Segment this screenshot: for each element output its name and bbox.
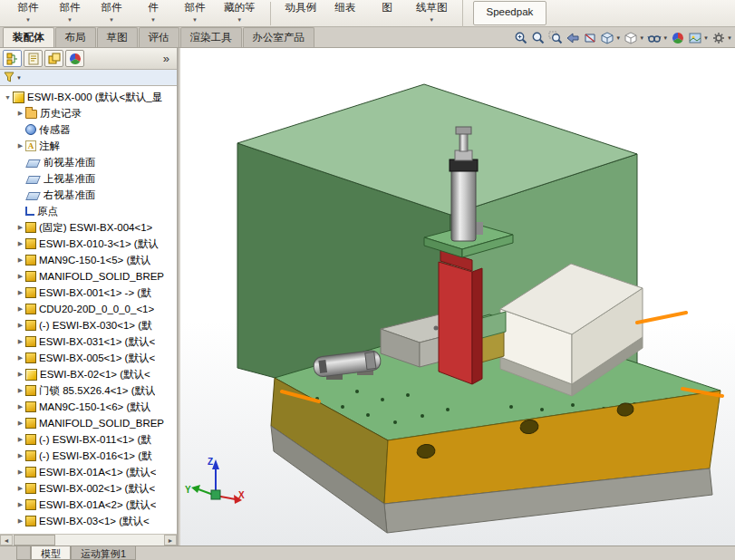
tree-item[interactable]: ▶(-) ESWI-BX-016<1> (默 (0, 448, 177, 464)
document-tab-运动算例1[interactable]: 运动算例1 (71, 546, 136, 560)
tree-expand-icon[interactable]: ▶ (15, 240, 25, 247)
previous-view-icon[interactable] (565, 29, 581, 47)
tree-item[interactable]: ▶ESWI-BX-031<1> (默认< (0, 333, 177, 350)
view-orientation-icon[interactable]: ▼ (599, 29, 622, 47)
tree-item[interactable]: ▶ESWI-BX-010-3<1> (默认 (0, 236, 177, 252)
ribbon-button[interactable]: 动具例 (277, 0, 325, 14)
tree-item[interactable]: ▶ESWI-BX-002<1> (默认< (0, 480, 177, 497)
tree-expand-icon[interactable]: ▶ (15, 110, 25, 117)
tree-expand-icon[interactable]: ▶ (15, 517, 25, 525)
apply-scene-icon[interactable]: ▼ (687, 29, 710, 47)
document-tab-模型[interactable]: 模型 (31, 546, 71, 560)
command-tab-办公室产品[interactable]: 办公室产品 (243, 27, 315, 47)
scrollbar-thumb[interactable] (14, 535, 55, 546)
ribbon-button[interactable]: 部件▼ (91, 0, 132, 23)
tree-item[interactable]: ▶ESWI-BX-001<1> -> (默 (0, 285, 177, 301)
tree-expand-icon[interactable]: ▶ (15, 305, 25, 313)
tree-item[interactable]: ▶MAN9C-150-1<6> (默认 (0, 399, 177, 415)
tree-item[interactable]: ▶(固定) ESWI-BX-004<1> (0, 219, 177, 236)
ribbon-button[interactable]: 部件▼ (7, 0, 49, 23)
tree-expand-icon[interactable]: ▶ (15, 256, 25, 264)
command-tab-装配体[interactable]: 装配体 (3, 27, 54, 47)
tree-item[interactable]: ▶ESWI-BX-03<1> (默认< (0, 513, 177, 529)
tree-expand-icon[interactable]: ▶ (15, 387, 25, 394)
tree-item[interactable]: ▶ESWI-BX-01A<1> (默认< (0, 464, 177, 480)
command-tab-草图[interactable]: 草图 (97, 27, 138, 47)
tree-expand-icon[interactable]: ▶ (15, 452, 25, 459)
model-red-bracket[interactable] (439, 250, 482, 384)
model-view[interactable]: Z X Y (180, 48, 735, 546)
dropdown-arrow-icon[interactable]: ▼ (615, 35, 621, 41)
dropdown-arrow-icon[interactable]: ▼ (15, 17, 41, 23)
tree-expand-icon[interactable]: ▶ (15, 420, 25, 427)
tree-item[interactable]: 传感器 (0, 121, 177, 138)
dropdown-arrow-icon[interactable]: ▼ (639, 35, 644, 41)
tree-expand-icon[interactable]: ▶ (15, 403, 25, 410)
graphics-viewport[interactable]: Z X Y (180, 48, 735, 546)
dropdown-arrow-icon[interactable]: ▼ (703, 35, 709, 41)
dropdown-arrow-icon[interactable]: ▼ (182, 17, 208, 23)
study-nav-button[interactable] (16, 546, 31, 560)
tree-item[interactable]: ▶ESWI-BX-02<1> (默认< (0, 366, 177, 382)
tree-expand-icon[interactable]: ▶ (15, 273, 25, 280)
dropdown-arrow-icon[interactable]: ▼ (140, 17, 166, 23)
ribbon-button[interactable]: 藏的等▼ (216, 0, 264, 23)
tree-item[interactable]: ▶CDU20-20D_0_0_0_<1> (0, 301, 177, 317)
ribbon-button[interactable]: 细表 (324, 0, 366, 14)
ribbon-button[interactable]: 件▼ (132, 0, 174, 23)
tree-expand-icon[interactable]: ▶ (15, 142, 25, 150)
tree-expand-icon[interactable]: ▶ (15, 289, 25, 296)
tree-item[interactable]: 前视基准面 (0, 154, 177, 170)
edit-appearance-icon[interactable] (670, 29, 686, 47)
tree-item[interactable]: 上视基准面 (0, 170, 177, 187)
tree-expand-icon[interactable]: ▶ (15, 436, 25, 443)
tree-filter-bar[interactable]: ▼ (0, 70, 177, 86)
tree-item[interactable]: ▶MAN9C-150-1<5> (默认 (0, 252, 177, 268)
zoom-to-fit-icon[interactable] (530, 29, 546, 47)
ribbon-button[interactable]: 部件▼ (49, 0, 91, 23)
tree-item[interactable]: ▶MANIFOLD_SOLID_BREP (0, 415, 177, 431)
scroll-left-icon[interactable]: ◄ (0, 535, 13, 546)
tree-expand-icon[interactable]: ▶ (15, 485, 25, 492)
tree-expand-icon[interactable]: ▶ (15, 338, 25, 345)
scroll-right-icon[interactable]: ► (164, 535, 177, 546)
tree-expand-icon[interactable]: ▼ (3, 94, 13, 101)
tree-item[interactable]: ▶ESWI-BX-01A<2> (默认< (0, 497, 177, 513)
tree-expand-icon[interactable]: ▶ (15, 224, 25, 231)
view-settings-icon[interactable]: ▼ (711, 29, 733, 47)
command-tab-渲染工具[interactable]: 渲染工具 (180, 27, 242, 47)
ribbon-button[interactable]: 部件▼ (174, 0, 216, 23)
dropdown-arrow-icon[interactable]: ▼ (662, 35, 668, 41)
panel-expand-icon[interactable]: » (159, 52, 174, 65)
dropdown-arrow-icon[interactable]: ▼ (224, 17, 256, 23)
tree-item[interactable]: ▶MANIFOLD_SOLID_BREP (0, 268, 177, 285)
displaymanager-tab-icon[interactable] (65, 50, 84, 67)
tree-expand-icon[interactable]: ▶ (15, 354, 25, 362)
tree-item[interactable]: 原点 (0, 203, 177, 219)
tree-item[interactable]: ▶A注解 (0, 138, 177, 154)
tree-item[interactable]: ▶(-) ESWI-BX-011<1> (默 (0, 431, 177, 448)
dropdown-arrow-icon[interactable]: ▼ (727, 35, 732, 41)
zoom-in-icon[interactable] (513, 29, 529, 47)
display-style-icon[interactable]: ▼ (623, 29, 645, 47)
tree-item[interactable]: ▶ESWI-BX-005<1> (默认< (0, 350, 177, 366)
dropdown-arrow-icon[interactable]: ▼ (416, 17, 448, 23)
tree-item[interactable]: ▼ESWI-BX-000 (默认<默认_显 (0, 89, 177, 105)
command-tab-布局[interactable]: 布局 (55, 27, 96, 47)
ribbon-button[interactable]: 图 (366, 0, 408, 14)
ribbon-button[interactable]: Speedpak (473, 1, 547, 25)
panel-horizontal-scrollbar[interactable]: ◄ ► (0, 534, 177, 546)
section-view-icon[interactable] (582, 29, 598, 47)
propertymanager-tab-icon[interactable] (24, 50, 43, 67)
tree-item[interactable]: 右视基准面 (0, 187, 177, 203)
tree-item[interactable]: ▶历史记录 (0, 105, 177, 121)
ribbon-button[interactable]: 线草图▼ (408, 0, 456, 23)
tree-item[interactable]: ▶门锁 85.5X26.4<1> (默认 (0, 382, 177, 399)
configurationmanager-tab-icon[interactable] (44, 50, 63, 67)
scrollbar-track[interactable] (55, 535, 164, 546)
hide-show-items-icon[interactable]: ▼ (646, 29, 669, 47)
tree-expand-icon[interactable]: ▶ (15, 468, 25, 476)
featuremanager-tab-icon[interactable] (3, 50, 22, 67)
tree-expand-icon[interactable]: ▶ (15, 501, 25, 508)
dropdown-arrow-icon[interactable]: ▼ (57, 17, 82, 23)
